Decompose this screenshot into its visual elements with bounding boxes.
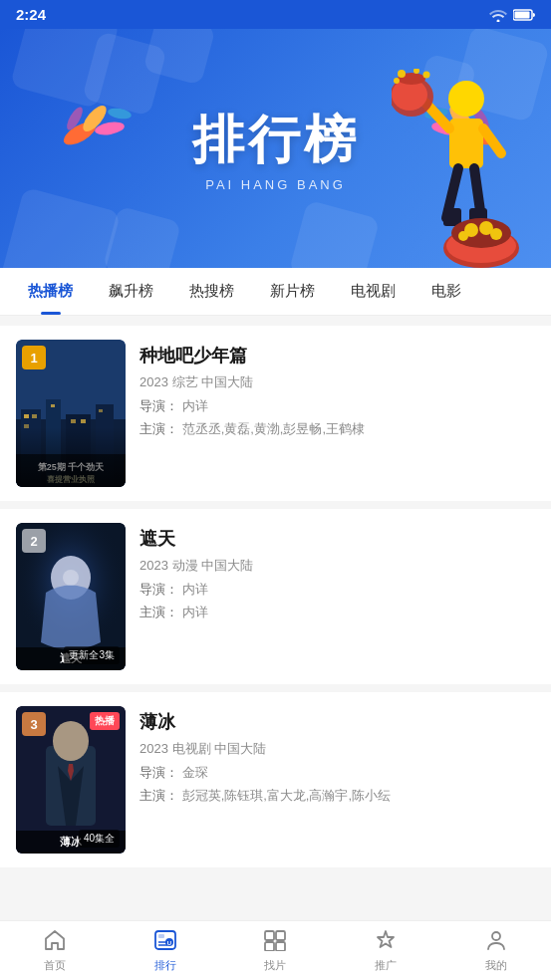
bg-shape [289,200,381,268]
svg-point-6 [107,107,132,121]
nav-mine[interactable]: 我的 [440,923,551,979]
rank-badge-1: 1 [22,346,46,369]
treasure-bowl [441,208,521,268]
movie-cast-2: 主演： 内详 [139,603,535,622]
bg-shape [0,187,121,268]
movie-meta-3: 2023 电视剧 中国大陆 [139,740,535,758]
tab-movie[interactable]: 电影 [413,268,479,315]
hero-title-zh: 排行榜 [192,106,360,175]
wifi-icon [489,8,507,22]
svg-point-12 [448,81,484,117]
svg-rect-13 [449,119,483,168]
rank-badge-2: 2 [22,529,46,553]
movie-item-1[interactable]: 1 [0,326,551,501]
svg-rect-40 [24,414,29,418]
movie-meta-1: 2023 综艺 中国大陆 [139,373,535,391]
tab-tv[interactable]: 电视剧 [333,268,413,315]
nav-promote[interactable]: 推广 [331,923,441,979]
svg-rect-46 [99,409,103,412]
hero-title-pinyin: PAI HANG BANG [205,177,346,192]
svg-point-33 [458,231,468,241]
hot-badge-3: 热播 [90,712,120,730]
bottom-nav: 首页 U 排行 找片 [0,920,551,980]
nav-rank[interactable]: U 排行 [111,923,221,979]
svg-point-26 [394,78,400,84]
status-icons [489,8,535,22]
movie-title-3: 薄冰 [139,710,535,734]
nav-mine-label: 我的 [485,958,507,973]
tabs-container[interactable]: 热播榜 飙升榜 热搜榜 新片榜 电视剧 电影 [0,268,551,316]
promote-icon [374,929,398,955]
movie-director-1: 导演： 内详 [139,397,535,415]
movie-cast-1: 主演： 范丞丞,黄磊,黄渤,彭昱畅,王鹤棣 [139,419,535,439]
poster-wrapper-1: 1 [16,340,126,487]
svg-point-25 [423,72,430,79]
svg-rect-63 [158,934,164,938]
poster-wrapper-3: 3 热播 [16,706,126,854]
episode-badge-3: 40集全 [79,830,120,848]
nav-find[interactable]: 找片 [220,923,331,979]
nav-home[interactable]: 首页 [0,923,111,979]
hero-content: 排行榜 PAI HANG BANG [192,106,360,192]
movie-meta-2: 2023 动漫 中国大陆 [139,557,535,575]
tab-rising[interactable]: 飙升榜 [91,268,171,315]
tab-hot[interactable]: 热播榜 [10,268,91,315]
rank-badge-3: 3 [22,712,46,736]
movie-info-1: 种地吧少年篇 2023 综艺 中国大陆 导演： 内详 主演： 范丞丞,黄磊,黄渤… [139,340,535,439]
nav-promote-label: 推广 [375,958,397,973]
decoration-left [60,99,139,148]
time: 2:24 [16,6,46,23]
nav-home-label: 首页 [44,958,66,973]
movie-cast-3: 主演： 彭冠英,陈钰琪,富大龙,高瀚宇,陈小纭 [139,786,535,806]
svg-rect-43 [51,404,55,407]
nav-rank-label: 排行 [154,958,176,973]
svg-point-72 [492,932,500,940]
movie-director-3: 导演： 金琛 [139,764,535,782]
svg-rect-68 [265,931,274,940]
home-icon [43,929,67,955]
rank-icon: U [153,929,177,955]
movie-title-2: 遮天 [139,527,535,551]
content-list: 1 [0,316,551,885]
tab-search[interactable]: 热搜榜 [171,268,252,315]
mine-icon [484,929,508,955]
svg-line-15 [483,128,501,153]
episode-badge-2: 更新全3集 [64,646,120,664]
svg-rect-41 [32,414,37,418]
movie-item-2[interactable]: 2 [0,509,551,684]
poster-wrapper-2: 2 [16,523,126,670]
movie-director-2: 导演： 内详 [139,581,535,599]
find-icon [263,929,287,955]
svg-rect-1 [515,11,530,18]
status-bar: 2:24 [0,0,551,29]
svg-point-32 [490,228,502,240]
movie-info-2: 遮天 2023 动漫 中国大陆 导演： 内详 主演： 内详 [139,523,535,622]
svg-point-53 [63,570,79,586]
svg-rect-69 [276,931,285,940]
nav-find-label: 找片 [264,958,286,973]
movie-title-1: 种地吧少年篇 [139,344,535,368]
svg-rect-44 [71,419,76,423]
tab-new[interactable]: 新片榜 [252,268,333,315]
svg-rect-70 [265,942,274,951]
svg-text:U: U [167,940,171,946]
svg-rect-45 [81,419,86,423]
svg-point-23 [398,70,406,78]
svg-rect-71 [276,942,285,951]
battery-icon [513,9,535,21]
movie-info-3: 薄冰 2023 电视剧 中国大陆 导演： 金琛 主演： 彭冠英,陈钰琪,富大龙,… [139,706,535,806]
hero-banner: 排行榜 PAI HANG BANG [0,29,551,268]
movie-item-3[interactable]: 3 热播 [0,692,551,867]
